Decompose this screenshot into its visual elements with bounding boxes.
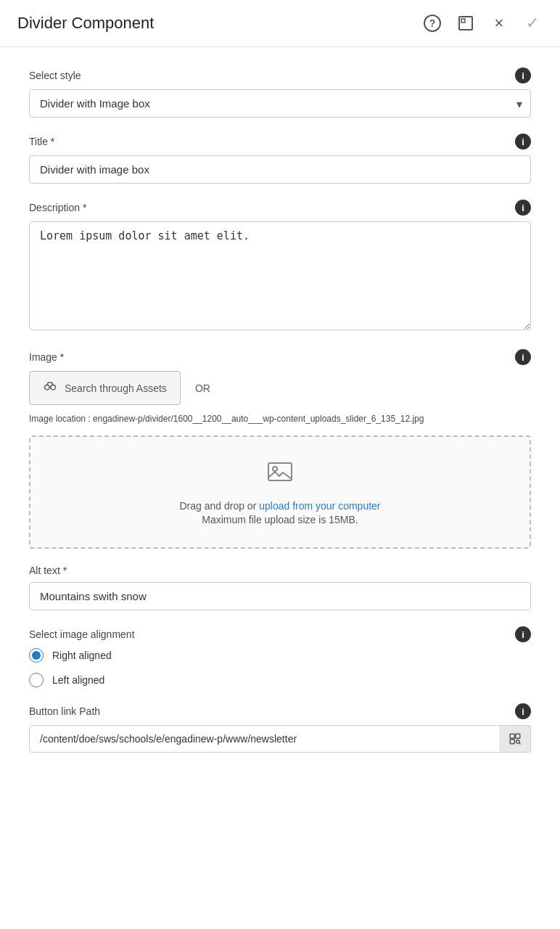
expand-icon[interactable] <box>456 13 476 33</box>
button-link-label: Button link Path <box>29 705 100 717</box>
button-link-group: Button link Path i <box>29 703 531 753</box>
description-label-row: Description * i <box>29 200 531 216</box>
or-divider: OR <box>195 382 210 394</box>
image-alignment-label-row: Select image alignment i <box>29 626 531 642</box>
svg-text:?: ? <box>429 17 436 29</box>
drop-zone-prefix: Drag and drop or <box>179 500 259 512</box>
left-aligned-radio[interactable] <box>29 673 44 687</box>
button-link-path-input[interactable] <box>29 725 531 753</box>
svg-point-7 <box>273 467 277 471</box>
left-aligned-label: Left aligned <box>52 674 104 686</box>
search-assets-label: Search through Assets <box>65 382 167 394</box>
alt-text-label: Alt text * <box>29 565 67 576</box>
binoculars-icon <box>43 379 57 397</box>
left-aligned-radio-item[interactable]: Left aligned <box>29 673 531 687</box>
alignment-radio-group: Right aligned Left aligned <box>29 648 531 687</box>
select-style-wrapper: Divider with Image box Divider only Divi… <box>29 89 531 118</box>
image-label: Image * <box>29 351 64 363</box>
image-label-row: Image * i <box>29 349 531 365</box>
alt-text-label-row: Alt text * <box>29 565 531 576</box>
alt-text-input[interactable] <box>29 582 531 610</box>
description-textarea[interactable]: Lorem ipsum dolor sit amet elit. <box>29 221 531 330</box>
description-label: Description * <box>29 202 86 213</box>
svg-line-12 <box>519 743 520 745</box>
svg-rect-10 <box>510 740 514 744</box>
upload-link[interactable]: upload from your computer <box>259 500 380 512</box>
header-actions: ? × ✓ <box>422 13 543 33</box>
image-upload-icon <box>45 459 515 491</box>
select-style-label: Select style <box>29 70 81 81</box>
title-group: Title * i <box>29 134 531 184</box>
description-info-icon[interactable]: i <box>515 200 531 216</box>
drop-zone-subtext: Maximum file upload size is 15MB. <box>45 514 515 525</box>
select-style-input[interactable]: Divider with Image box Divider only Divi… <box>29 89 531 118</box>
path-input-wrapper <box>29 725 531 753</box>
description-group: Description * i Lorem ipsum dolor sit am… <box>29 200 531 333</box>
right-aligned-radio-item[interactable]: Right aligned <box>29 648 531 663</box>
svg-rect-9 <box>515 734 519 739</box>
close-icon[interactable]: × <box>489 13 509 33</box>
alt-text-group: Alt text * <box>29 565 531 610</box>
svg-rect-8 <box>510 734 514 739</box>
right-aligned-label: Right aligned <box>52 650 112 661</box>
image-location-value: engadinew-p/divider/1600__1200__auto___w… <box>93 414 424 424</box>
image-alignment-label: Select image alignment <box>29 629 135 640</box>
image-location: Image location : engadinew-p/divider/160… <box>29 412 531 425</box>
image-info-icon[interactable]: i <box>515 349 531 365</box>
alignment-info-icon[interactable]: i <box>515 626 531 642</box>
title-label: Title * <box>29 136 54 147</box>
search-assets-button[interactable]: Search through Assets <box>29 371 181 405</box>
svg-rect-3 <box>461 19 465 22</box>
select-style-info-icon[interactable]: i <box>515 67 531 83</box>
image-group: Image * i Search through Assets OR Image… <box>29 349 531 549</box>
svg-rect-6 <box>268 463 292 480</box>
image-location-prefix: Image location : <box>29 414 93 424</box>
form-content: Select style i Divider with Image box Di… <box>0 47 560 798</box>
button-link-info-icon[interactable]: i <box>515 703 531 719</box>
button-link-label-row: Button link Path i <box>29 703 531 719</box>
drop-zone-text: Drag and drop or upload from your comput… <box>45 498 515 514</box>
select-style-label-row: Select style i <box>29 67 531 83</box>
title-input[interactable] <box>29 155 531 184</box>
image-alignment-group: Select image alignment i Right aligned L… <box>29 626 531 687</box>
page-title: Divider Component <box>17 14 422 33</box>
svg-point-4 <box>45 385 50 390</box>
header: Divider Component ? × ✓ <box>0 0 560 47</box>
drop-zone[interactable]: Drag and drop or upload from your comput… <box>29 435 531 549</box>
confirm-icon[interactable]: ✓ <box>522 13 543 33</box>
path-search-button[interactable] <box>499 725 531 753</box>
help-icon[interactable]: ? <box>422 13 442 33</box>
image-search-row: Search through Assets OR <box>29 371 531 405</box>
right-aligned-radio[interactable] <box>29 648 44 663</box>
select-style-group: Select style i Divider with Image box Di… <box>29 67 531 118</box>
title-label-row: Title * i <box>29 134 531 150</box>
svg-point-5 <box>51 385 56 390</box>
title-info-icon[interactable]: i <box>515 134 531 150</box>
svg-point-11 <box>516 740 519 744</box>
